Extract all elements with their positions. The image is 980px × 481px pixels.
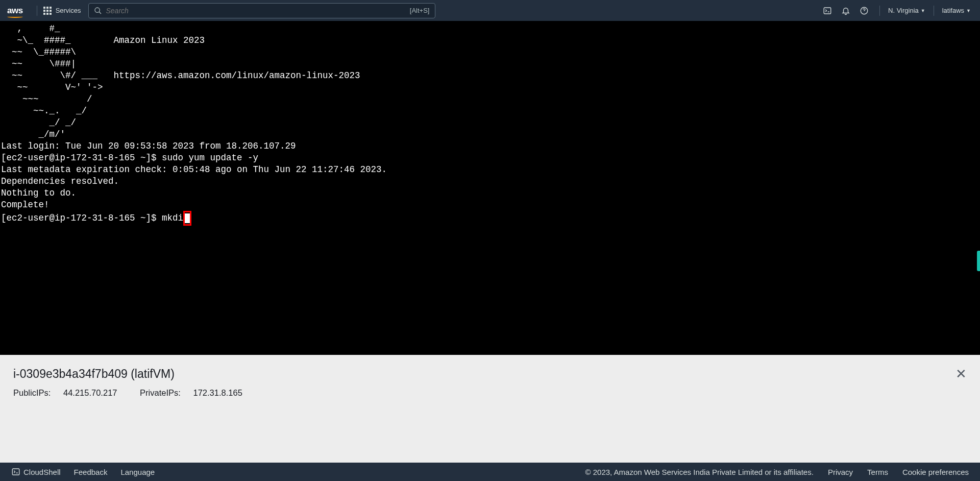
search-box[interactable]: [Alt+S] bbox=[88, 3, 435, 18]
aws-top-navigation: aws Services [Alt+S] N. Virginia ▼ latif… bbox=[0, 0, 980, 21]
help-icon[interactable] bbox=[859, 6, 869, 16]
account-menu[interactable]: latifaws ▼ bbox=[940, 7, 973, 14]
search-input[interactable] bbox=[106, 7, 410, 15]
instance-ips: PublicIPs: 44.215.70.217 PrivateIPs: 172… bbox=[13, 388, 967, 398]
terminal-output: , #_ ~\_ ####_ Amazon Linux 2023 ~~ \_##… bbox=[1, 23, 387, 223]
svg-point-0 bbox=[95, 8, 100, 12]
language-selector[interactable]: Language bbox=[120, 468, 155, 476]
chevron-down-icon: ▼ bbox=[921, 8, 925, 13]
divider bbox=[934, 6, 934, 16]
feedback-link[interactable]: Feedback bbox=[74, 468, 108, 476]
private-ips-label: PrivateIPs: bbox=[140, 388, 181, 397]
notifications-icon[interactable] bbox=[841, 6, 851, 16]
instance-info-panel: i-0309e3b4a34f7b409 (latifVM) PublicIPs:… bbox=[0, 355, 980, 463]
cloudshell-icon bbox=[11, 467, 20, 476]
close-icon[interactable]: ✕ bbox=[955, 366, 967, 382]
public-ips-label: PublicIPs: bbox=[13, 388, 51, 397]
terminal-pane[interactable]: , #_ ~\_ ####_ Amazon Linux 2023 ~~ \_##… bbox=[0, 21, 980, 355]
privacy-link[interactable]: Privacy bbox=[828, 468, 853, 476]
cookie-preferences-link[interactable]: Cookie preferences bbox=[902, 468, 969, 476]
private-ips-value: 172.31.8.165 bbox=[193, 388, 242, 397]
side-handle[interactable] bbox=[977, 251, 980, 271]
region-selector[interactable]: N. Virginia ▼ bbox=[886, 7, 927, 14]
divider bbox=[879, 6, 880, 16]
aws-logo[interactable]: aws bbox=[7, 6, 23, 16]
svg-rect-2 bbox=[824, 8, 831, 14]
topbar-right-group: N. Virginia ▼ latifaws ▼ bbox=[818, 6, 973, 16]
cloudshell-button[interactable]: CloudShell bbox=[11, 467, 61, 476]
search-icon bbox=[94, 7, 102, 15]
instance-title: i-0309e3b4a34f7b409 (latifVM) bbox=[13, 367, 967, 381]
services-grid-icon bbox=[43, 7, 52, 15]
account-label: latifaws bbox=[942, 7, 964, 14]
cloudshell-label: CloudShell bbox=[23, 468, 61, 476]
services-label: Services bbox=[56, 7, 81, 14]
search-shortcut-label: [Alt+S] bbox=[410, 7, 430, 14]
terminal-cursor bbox=[185, 213, 190, 223]
cloudshell-icon[interactable] bbox=[822, 6, 832, 16]
footer-copyright: © 2023, Amazon Web Services India Privat… bbox=[585, 468, 814, 476]
chevron-down-icon: ▼ bbox=[966, 8, 971, 13]
svg-rect-4 bbox=[12, 469, 19, 475]
services-menu-button[interactable]: Services bbox=[43, 7, 81, 15]
public-ips-value: 44.215.70.217 bbox=[63, 388, 117, 397]
terminal-cursor-highlight bbox=[183, 211, 191, 226]
svg-line-1 bbox=[99, 12, 101, 14]
footer-bar: CloudShell Feedback Language © 2023, Ama… bbox=[0, 463, 980, 481]
divider bbox=[37, 6, 37, 16]
region-label: N. Virginia bbox=[888, 7, 919, 14]
terms-link[interactable]: Terms bbox=[867, 468, 888, 476]
